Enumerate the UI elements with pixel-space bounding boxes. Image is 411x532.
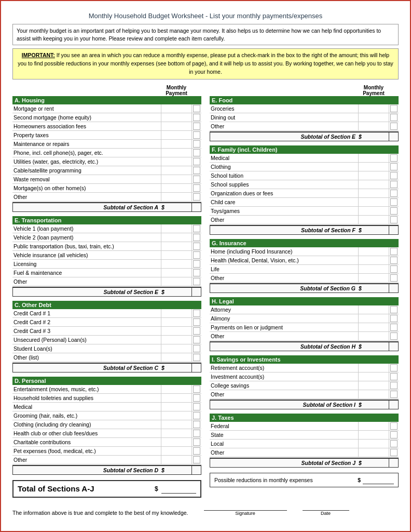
list-item: Other <box>210 448 399 457</box>
list-item: School supplies <box>210 180 399 189</box>
list-item: State <box>210 431 399 440</box>
section-c: C. Other Debt Credit Card # 1 Credit Car… <box>12 301 201 373</box>
section-i-header: I. Savings or Investments <box>210 355 399 364</box>
section-e-transport: E. Transportation Vehicle 1 (loan paymen… <box>12 216 201 297</box>
section-a: A. Housing Mortgage or rent Second mortg… <box>12 96 201 212</box>
list-item: Life <box>210 265 399 274</box>
list-item: Attorney <box>210 305 399 314</box>
section-h: H. Legal Attorney Alimony Payments on li… <box>210 297 399 351</box>
list-item: Health (Medical, Dental, Vision, etc.) <box>210 256 399 265</box>
list-item: Investment account(s) <box>210 373 399 381</box>
list-item: Student Loan(s) <box>12 344 201 353</box>
list-item: Other <box>210 216 399 224</box>
list-item: Dining out <box>210 113 399 122</box>
list-item: Local <box>210 440 399 448</box>
section-e-food-header: E. Food <box>210 96 399 104</box>
list-item: Household toiletries and supplies <box>12 394 201 403</box>
list-item: School tuition <box>210 171 399 180</box>
subtotal-e-transport: Subtotal of Section E $ <box>12 287 201 297</box>
total-sections-box: Total of Sections A-J $ <box>12 480 201 498</box>
list-item: Credit Card # 1 <box>12 309 201 318</box>
list-item: College savings <box>210 381 399 390</box>
signature-area: The information above is true and comple… <box>12 505 399 516</box>
list-item: Other <box>210 122 399 131</box>
list-item: Medical <box>210 154 399 163</box>
list-item: Other (list) <box>12 353 201 362</box>
subtotal-f: Subtotal of Section F $ <box>210 225 399 235</box>
section-h-header: H. Legal <box>210 297 399 305</box>
list-item: Other <box>210 390 399 399</box>
possible-reductions-box: Possible reductions in monthly expenses … <box>210 473 399 487</box>
list-item: Vehicle 1 (loan payment) <box>12 224 201 233</box>
list-item: Public transportation (bus, taxi, train,… <box>12 242 201 251</box>
subtotal-d: Subtotal of Section D $ <box>12 465 201 475</box>
list-item: Maintenance or repairs <box>12 140 201 149</box>
list-item: Medical <box>12 403 201 411</box>
important-box: IMPORTANT: If you see an area in which y… <box>12 48 399 79</box>
subtotal-c: Subtotal of Section C $ <box>12 363 201 373</box>
list-item: Groceries <box>210 104 399 113</box>
list-item: Health club or other club fees/dues <box>12 429 201 438</box>
section-f-header: F. Family (incl. Children) <box>210 145 399 154</box>
subtotal-e-food: Subtotal of Section E $ <box>210 131 399 141</box>
section-a-header: A. Housing <box>12 96 201 104</box>
list-item: Vehicle 2 (loan payment) <box>12 233 201 242</box>
subtotal-h: Subtotal of Section H $ <box>210 341 399 351</box>
list-item: Pet expenses (food, medical, etc.) <box>12 447 201 456</box>
list-item: Clothing <box>210 163 399 171</box>
list-item: Cable/satellite programming <box>12 166 201 175</box>
list-item: Second mortgage (home equity) <box>12 113 201 122</box>
list-item: Other <box>12 456 201 464</box>
list-item: Federal <box>210 422 399 431</box>
list-item: Unsecured (Personal) Loan(s) <box>12 336 201 344</box>
section-d: D. Personal Entertainment (movies, music… <box>12 377 201 475</box>
subtotal-g: Subtotal of Section G $ <box>210 283 399 293</box>
list-item: Fuel & maintenance <box>12 269 201 277</box>
subtotal-j: Subtotal of Section J $ <box>210 458 399 468</box>
section-j-header: J. Taxes <box>210 414 399 422</box>
section-e-food: E. Food Groceries Dining out Other Subto… <box>210 96 399 141</box>
list-item: Credit Card # 2 <box>12 318 201 327</box>
subtotal-i: Subtotal of Section I $ <box>210 400 399 409</box>
list-item: Clothing (including dry cleaning) <box>12 420 201 429</box>
list-item: Grooming (hair, nails, etc.) <box>12 411 201 420</box>
list-item: Toys/games <box>210 207 399 216</box>
section-d-header: D. Personal <box>12 377 201 385</box>
section-e-transport-header: E. Transportation <box>12 216 201 224</box>
section-g-header: G. Insurance <box>210 239 399 247</box>
list-item: Property taxes <box>12 131 201 140</box>
page-title: Monthly Household Budget Worksheet - Lis… <box>12 10 399 21</box>
list-item: Homeowners association fees <box>12 122 201 131</box>
section-c-header: C. Other Debt <box>12 301 201 309</box>
section-g: G. Insurance Home (including Flood Insur… <box>210 239 399 293</box>
list-item: Child care <box>210 198 399 207</box>
section-a-col-header: MonthlyPayment <box>12 85 201 96</box>
list-item: Credit Card # 3 <box>12 327 201 336</box>
list-item: Licensing <box>12 260 201 269</box>
list-item: Phone, incl. cell phone(s), pager, etc. <box>12 149 201 157</box>
section-f: F. Family (incl. Children) Medical Cloth… <box>210 145 399 235</box>
list-item: Retirement account(s) <box>210 364 399 373</box>
list-item: Mortgage(s) on other home(s) <box>12 184 201 193</box>
list-item: Mortgage or rent <box>12 104 201 113</box>
subtotal-a: Subtotal of Section A $ <box>12 202 201 212</box>
list-item: Home (including Flood Insurance) <box>210 247 399 256</box>
list-item: Payments on lien or judgment <box>210 323 399 332</box>
list-item: Organization dues or fees <box>210 189 399 198</box>
list-item: Alimony <box>210 314 399 323</box>
section-i: I. Savings or Investments Retirement acc… <box>210 355 399 409</box>
section-j: J. Taxes Federal State Local Other Subto… <box>210 414 399 468</box>
list-item: Entertainment (movies, music, etc.) <box>12 385 201 394</box>
intro-box: Your monthly budget is an important part… <box>12 24 399 45</box>
list-item: Other <box>12 277 201 286</box>
list-item: Charitable contributions <box>12 438 201 447</box>
list-item: Utilities (water, gas, electricity, etc.… <box>12 157 201 166</box>
list-item: Waste removal <box>12 175 201 184</box>
list-item: Other <box>210 274 399 283</box>
list-item: Vehicle insurance (all vehicles) <box>12 251 201 260</box>
list-item: Other <box>12 193 201 202</box>
section-right-col-header: MonthlyPayment <box>210 85 399 96</box>
list-item: Other <box>210 332 399 341</box>
